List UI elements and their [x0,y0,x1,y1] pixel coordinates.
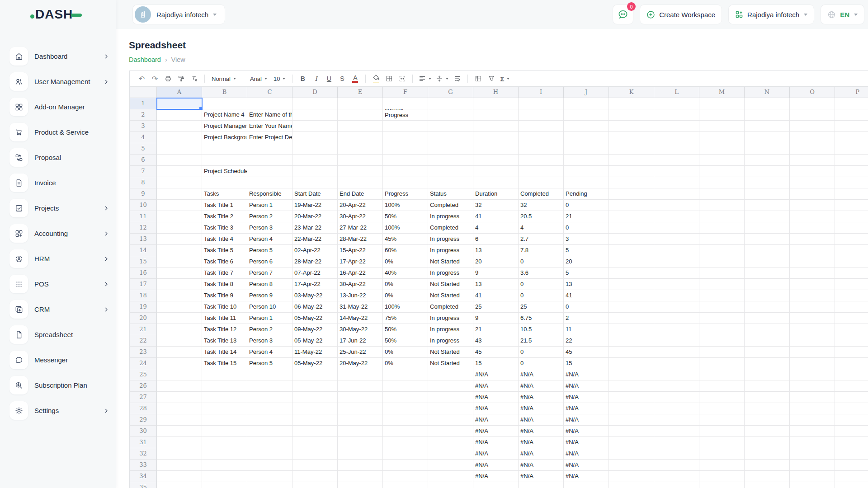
cell-C14[interactable]: Person 5 [247,245,292,256]
cell-L26[interactable] [654,380,699,392]
cell-N29[interactable] [745,414,790,426]
cell-J13[interactable]: 3 [564,234,609,245]
language-selector[interactable]: EN [821,5,864,24]
row-header-10[interactable]: 10 [130,200,157,211]
filter-button[interactable] [485,73,497,84]
cell-L25[interactable] [654,369,699,380]
cell-P30[interactable] [835,426,868,437]
cell-B9[interactable]: Tasks [202,188,247,200]
cell-D7[interactable] [292,166,338,177]
row-header-2[interactable]: 2 [130,109,157,121]
cell-F8[interactable] [383,177,428,188]
cell-C27[interactable] [247,392,292,403]
cell-F27[interactable] [383,392,428,403]
cell-D12[interactable]: 23-Mar-22 [292,222,338,234]
cell-B6[interactable] [202,155,247,166]
cell-D18[interactable]: 03-May-22 [292,290,338,301]
cell-L10[interactable] [654,200,699,211]
cell-E22[interactable]: 17-Jun-22 [338,335,383,347]
cell-P1[interactable] [835,98,868,109]
cell-L33[interactable] [654,460,699,471]
cell-P10[interactable] [835,200,868,211]
cell-N34[interactable] [745,471,790,482]
cell-E20[interactable]: 14-May-22 [338,313,383,324]
cell-C22[interactable]: Person 3 [247,335,292,347]
row-header-9[interactable]: 9 [130,188,157,200]
sidebar-item-spreadsheet[interactable]: Spreadsheet [9,325,109,344]
cell-C26[interactable] [247,380,292,392]
cell-F18[interactable]: 0% [383,290,428,301]
cell-L30[interactable] [654,426,699,437]
cell-N24[interactable] [745,358,790,369]
cell-D8[interactable] [292,177,338,188]
cell-G17[interactable]: Not Started [428,279,473,290]
cell-C4[interactable]: Enter Project Description [247,132,292,143]
cell-A23[interactable] [157,347,202,358]
cell-G21[interactable]: In progress [428,324,473,335]
cell-F4[interactable] [383,132,428,143]
cell-M3[interactable] [699,121,745,132]
cell-B34[interactable] [202,471,247,482]
cell-D4[interactable] [292,132,338,143]
cell-E33[interactable] [338,460,383,471]
cell-D32[interactable] [292,448,338,460]
cell-J9[interactable]: Pending [564,188,609,200]
cell-M9[interactable] [699,188,745,200]
cell-H6[interactable] [473,155,519,166]
cell-D33[interactable] [292,460,338,471]
cell-O21[interactable] [790,324,835,335]
cell-J1[interactable] [564,98,609,109]
cell-J34[interactable]: #N/A [564,471,609,482]
cell-D13[interactable]: 22-Mar-22 [292,234,338,245]
row-header-14[interactable]: 14 [130,245,157,256]
cell-O26[interactable] [790,380,835,392]
cell-P26[interactable] [835,380,868,392]
cell-M10[interactable] [699,200,745,211]
cell-K24[interactable] [609,358,654,369]
cell-O30[interactable] [790,426,835,437]
cell-G31[interactable] [428,437,473,448]
col-header-M[interactable]: M [699,87,745,98]
cell-K34[interactable] [609,471,654,482]
cell-B19[interactable]: Task Title 10 [202,301,247,313]
cell-H13[interactable]: 6 [473,234,519,245]
cell-N10[interactable] [745,200,790,211]
redo-button[interactable]: ↷ [149,73,161,84]
col-header-C[interactable]: C [247,87,292,98]
cell-C8[interactable] [247,177,292,188]
cell-I33[interactable]: #N/A [519,460,564,471]
cell-A6[interactable] [157,155,202,166]
cell-K31[interactable] [609,437,654,448]
cell-H32[interactable]: #N/A [473,448,519,460]
cell-L13[interactable] [654,234,699,245]
cell-P6[interactable] [835,155,868,166]
sidebar-item-dashboard[interactable]: Dashboard [9,47,109,66]
cell-D28[interactable] [292,403,338,414]
cell-B3[interactable]: Project Manager [202,121,247,132]
cell-L9[interactable] [654,188,699,200]
cell-A29[interactable] [157,414,202,426]
cell-F15[interactable]: 0% [383,256,428,267]
cell-H7[interactable] [473,166,519,177]
sidebar-item-invoice[interactable]: Invoice [9,174,109,192]
cell-A21[interactable] [157,324,202,335]
cell-N23[interactable] [745,347,790,358]
cell-L3[interactable] [654,121,699,132]
cell-H35[interactable] [473,482,519,488]
cell-G6[interactable] [428,155,473,166]
bold-button[interactable]: B [297,73,309,84]
cell-L4[interactable] [654,132,699,143]
cell-K6[interactable] [609,155,654,166]
cell-M15[interactable] [699,256,745,267]
cell-D35[interactable] [292,482,338,488]
cell-N27[interactable] [745,392,790,403]
cell-L20[interactable] [654,313,699,324]
cell-J33[interactable]: #N/A [564,460,609,471]
cell-G12[interactable]: Completed [428,222,473,234]
cell-K10[interactable] [609,200,654,211]
cell-D29[interactable] [292,414,338,426]
cell-L14[interactable] [654,245,699,256]
cell-M11[interactable] [699,211,745,222]
cell-E7[interactable] [338,166,383,177]
row-header-4[interactable]: 4 [130,132,157,143]
